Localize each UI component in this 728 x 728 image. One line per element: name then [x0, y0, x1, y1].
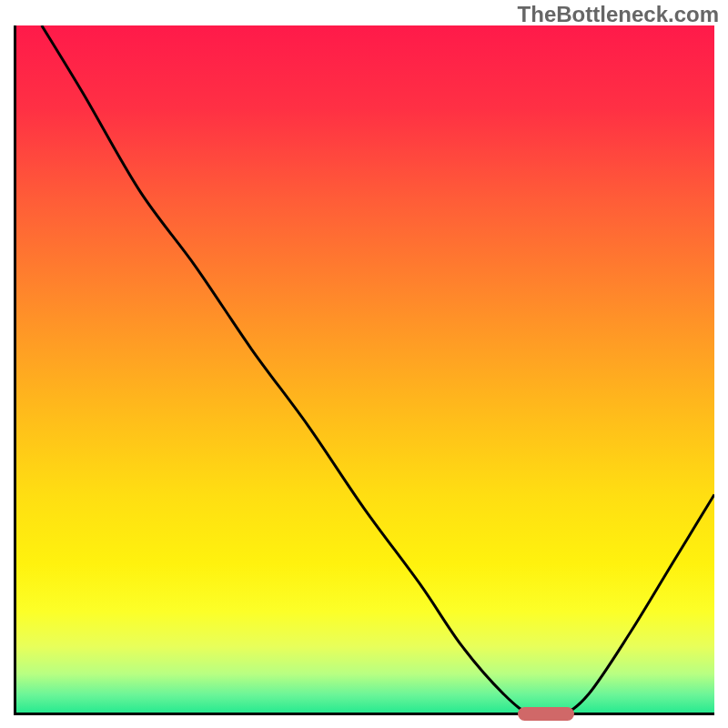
optimal-marker	[518, 707, 574, 721]
attribution-text: TheBottleneck.com	[518, 2, 719, 27]
chart-container: TheBottleneck.com	[0, 0, 728, 728]
bottleneck-curve	[14, 25, 714, 715]
plot-area	[14, 25, 714, 715]
